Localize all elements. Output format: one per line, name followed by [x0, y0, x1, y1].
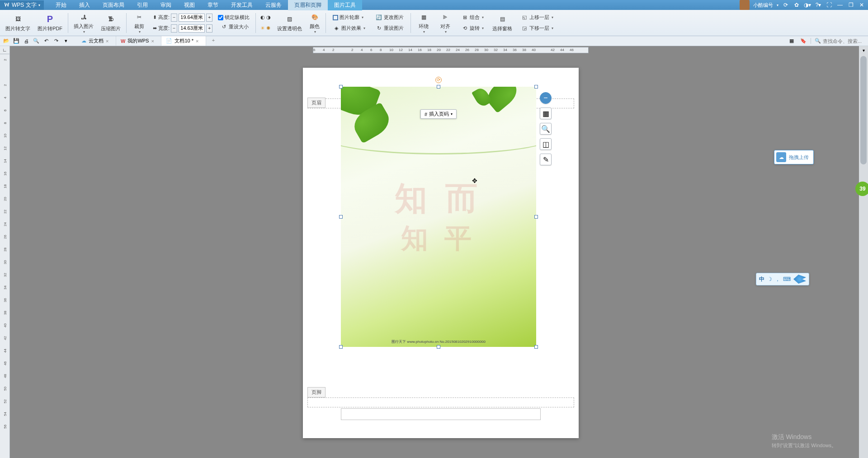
resize-handle-tm[interactable] — [437, 85, 440, 89]
search-box[interactable]: 🔍 — [811, 38, 863, 44]
tab-close-icon[interactable]: × — [196, 38, 201, 44]
sync-icon[interactable]: ⟳ — [782, 1, 789, 9]
width-inc[interactable]: + — [206, 24, 212, 33]
redo-button[interactable]: ↷ — [52, 37, 61, 45]
preview-button[interactable]: 🔍 — [32, 37, 41, 45]
ruler-toggle[interactable]: ▾ — [859, 46, 868, 54]
ruler-corner[interactable]: ∟ — [0, 46, 10, 54]
bring-forward-button[interactable]: ◱上移一层 — [519, 13, 556, 23]
rotate-button[interactable]: ⟲旋转 — [459, 23, 486, 33]
menu-headerfooter[interactable]: 页眉和页脚 — [288, 0, 328, 10]
pic-to-pdf-button[interactable]: P图片转PDF — [35, 11, 65, 35]
footer-area[interactable] — [307, 397, 574, 407]
ime-moon-icon[interactable]: ☽ — [767, 276, 772, 282]
group-button[interactable]: ⊞组合 — [459, 13, 486, 23]
new-tab-button[interactable]: + — [209, 36, 218, 44]
contrast-down-icon[interactable]: ◑ — [266, 14, 271, 20]
ime-bar[interactable]: 中 ☽ ， ⌨ — [756, 273, 809, 285]
nav-icon[interactable]: ▦ — [787, 37, 796, 45]
skin-icon[interactable]: ◑▾ — [804, 1, 811, 9]
app-logo[interactable]: WPS 文字 ▾ — [0, 0, 44, 10]
crop-button[interactable]: ✂裁剪 — [129, 11, 149, 35]
ime-lang[interactable]: 中 — [759, 276, 764, 283]
height-input[interactable] — [179, 14, 205, 22]
open-button[interactable]: 📂 — [2, 37, 11, 45]
ime-punct-icon[interactable]: ， — [775, 276, 780, 283]
edit-tool-button[interactable]: ✎ — [540, 154, 552, 165]
ime-keyboard-icon[interactable]: ⌨ — [783, 276, 791, 282]
horizontal-ruler[interactable]: 6422468101214161820222426283032343638404… — [10, 46, 859, 54]
menu-insert[interactable]: 插入 — [73, 0, 96, 10]
undo-button[interactable]: ↶ — [42, 37, 51, 45]
reset-size-button[interactable]: ↺重设大小 — [218, 22, 251, 32]
vertical-ruler[interactable]: 2246810121416182022242628303234363840424… — [0, 54, 10, 458]
menu-start[interactable]: 开始 — [49, 0, 73, 10]
resize-handle-tl[interactable] — [339, 85, 343, 89]
tab-doc10[interactable]: 📄文档10 *× — [161, 36, 206, 46]
reset-pic-button[interactable]: ↻重设图片 — [373, 23, 406, 33]
layout-tool-button[interactable]: ▦ — [540, 107, 552, 119]
tab-close-icon[interactable]: × — [106, 38, 111, 44]
bookmark-icon[interactable]: 🔖 — [799, 37, 808, 45]
insert-pic-button[interactable]: 🏞插入图片 — [71, 11, 96, 35]
compress-pic-button[interactable]: 🗜压缩图片 — [98, 11, 123, 35]
avatar[interactable] — [740, 0, 750, 10]
resize-handle-mr[interactable] — [534, 215, 538, 219]
menu-pictools[interactable]: 图片工具 — [328, 0, 362, 10]
tab-cloud[interactable]: ☁云文档× — [77, 36, 116, 46]
bright-down-icon[interactable]: ✺ — [266, 25, 270, 31]
minimize-icon[interactable]: — — [836, 1, 844, 9]
pic-to-text-button[interactable]: 🖼图片转文字 — [3, 11, 33, 35]
menu-review[interactable]: 审阅 — [154, 0, 178, 10]
drag-upload-widget[interactable]: ☁ 拖拽上传 — [774, 150, 814, 164]
send-backward-button[interactable]: ◲下移一层 — [519, 23, 556, 33]
save-button[interactable]: 💾 — [12, 37, 21, 45]
help-icon[interactable]: ?▾ — [815, 1, 822, 9]
menu-dev[interactable]: 开发工具 — [225, 0, 259, 10]
change-pic-button[interactable]: 🔄更改图片 — [373, 13, 406, 23]
crop-tool-button[interactable]: ◫ — [540, 138, 552, 150]
vertical-scrollbar[interactable] — [859, 54, 868, 458]
outline-button[interactable]: 图片轮廓 — [330, 13, 368, 23]
menu-view[interactable]: 视图 — [178, 0, 201, 10]
close-icon[interactable]: ✕ — [858, 1, 865, 9]
notification-badge[interactable]: 39 — [855, 182, 868, 196]
tab-close-icon[interactable]: × — [151, 38, 156, 44]
print-button[interactable]: 🖨 — [22, 37, 31, 45]
resize-handle-bl[interactable] — [339, 345, 343, 349]
menu-ref[interactable]: 引用 — [131, 0, 154, 10]
resize-handle-br[interactable] — [534, 345, 538, 349]
menu-chapter[interactable]: 章节 — [201, 0, 225, 10]
wrap-button[interactable]: ▦环绕 — [414, 11, 434, 35]
search-input[interactable] — [823, 38, 863, 44]
width-dec[interactable]: − — [171, 24, 177, 33]
contrast-up-icon[interactable]: ◐ — [260, 14, 265, 20]
height-dec[interactable]: − — [171, 14, 177, 22]
bright-up-icon[interactable]: ☀ — [260, 25, 265, 31]
menu-layout[interactable]: 页面布局 — [96, 0, 131, 10]
fullscreen-icon[interactable]: ⛶ — [826, 1, 833, 9]
footer-textbox[interactable] — [341, 408, 541, 420]
resize-handle-tr[interactable] — [534, 85, 538, 89]
align-button[interactable]: ⫸对齐 — [435, 11, 455, 35]
menu-cloud[interactable]: 云服务 — [259, 0, 288, 10]
canvas[interactable]: 页眉 页脚 知 而 知 平 图行天下 www.photophoto.cn No.… — [10, 54, 859, 458]
selection-pane-button[interactable]: ▤选择窗格 — [490, 11, 515, 35]
width-input[interactable] — [179, 24, 205, 33]
qat-more[interactable]: ▾ — [61, 37, 71, 45]
height-inc[interactable]: + — [206, 14, 212, 22]
set-transparent-button[interactable]: ▨设置透明色 — [274, 11, 305, 35]
gear-icon[interactable]: ✿ — [793, 1, 800, 9]
user-name[interactable]: 小酷编号 — [753, 2, 773, 9]
collapse-tools-button[interactable]: − — [540, 92, 552, 104]
color-button[interactable]: 🎨颜色 — [307, 11, 323, 35]
effect-button[interactable]: ◈图片效果 — [330, 23, 368, 33]
insert-pagenum-button[interactable]: #插入页码▾ — [420, 109, 457, 119]
resize-handle-bm[interactable] — [437, 345, 440, 349]
zoom-tool-button[interactable]: 🔍 — [540, 123, 552, 135]
tab-mywps[interactable]: W我的WPS× — [116, 36, 161, 46]
resize-handle-ml[interactable] — [339, 215, 343, 219]
lock-ratio-checkbox[interactable]: 锁定纵横比 — [218, 14, 251, 21]
rotate-handle[interactable]: ⟳ — [435, 77, 442, 83]
scrollbar-thumb[interactable] — [860, 56, 867, 164]
